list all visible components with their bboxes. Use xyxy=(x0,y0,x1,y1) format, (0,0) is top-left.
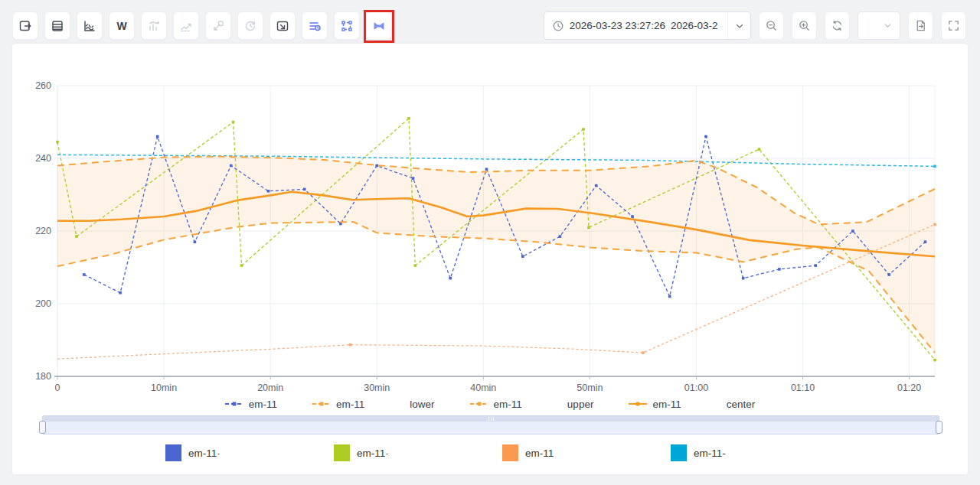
w-window-button[interactable]: W xyxy=(109,11,135,40)
chevron-down-icon xyxy=(734,21,745,31)
data-point-cyan xyxy=(933,165,936,168)
legend-color-swatch xyxy=(334,444,350,461)
data-point-baseline xyxy=(642,351,645,354)
legend-series-suffix: center xyxy=(727,399,756,410)
data-point-blue xyxy=(194,240,197,243)
bowtie-merge-button[interactable] xyxy=(366,11,392,40)
data-point-blue xyxy=(449,277,452,280)
bar-chart-icon xyxy=(147,19,161,33)
toolbar-left-group: W xyxy=(12,11,392,40)
legend-series-name: em-11 xyxy=(336,399,364,410)
data-point-blue xyxy=(887,273,890,276)
datetime-dropdown-toggle[interactable] xyxy=(727,11,750,40)
legend-series-name: em-11 xyxy=(652,399,681,410)
legend-label: em-11· xyxy=(188,448,220,459)
y-axis-label: 180 xyxy=(35,371,51,382)
zoom-in-icon xyxy=(798,19,811,32)
data-table-button[interactable] xyxy=(44,11,70,40)
legend-line-marker-icon xyxy=(470,401,488,407)
data-point-green xyxy=(933,359,936,362)
toolbar-right-group: 2026-03-23 23:27:26 2026-03-2 xyxy=(544,11,966,40)
x-axis-label: 10min xyxy=(151,382,177,393)
data-point-blue xyxy=(704,135,707,138)
zoom-in-button[interactable] xyxy=(792,11,817,40)
box-select-button[interactable] xyxy=(334,11,360,40)
bottom-legend-item[interactable]: em-11· xyxy=(165,444,220,461)
bottom-legend-item[interactable]: em-11· xyxy=(334,444,389,461)
legend-series-name: em-11 xyxy=(494,399,522,410)
scale-resize-button[interactable] xyxy=(205,11,231,40)
clock-icon xyxy=(552,20,564,32)
legend-color-swatch xyxy=(502,444,518,461)
data-point-blue xyxy=(595,184,598,187)
zoom-out-button[interactable] xyxy=(759,11,784,40)
legend-line-marker-icon xyxy=(312,401,331,407)
legend-label: em-11· xyxy=(357,448,389,459)
data-point-blue xyxy=(778,268,781,271)
export-report-button[interactable] xyxy=(908,11,933,40)
curve-chart-icon xyxy=(83,19,96,33)
save-image-button[interactable] xyxy=(12,11,38,40)
confidence-band xyxy=(57,157,935,353)
data-point-blue xyxy=(924,240,927,243)
x-axis-label: 30min xyxy=(364,382,390,393)
refresh-button[interactable] xyxy=(825,11,850,40)
data-point-blue xyxy=(521,255,524,258)
chart-legend-item[interactable]: em-11upper xyxy=(470,399,594,410)
screenshot-export-button[interactable] xyxy=(270,11,296,40)
data-point-blue xyxy=(119,291,122,295)
datazoom-slider[interactable] xyxy=(42,415,939,435)
scale-resize-icon xyxy=(211,19,225,33)
y-axis-label: 220 xyxy=(35,226,51,236)
data-point-blue xyxy=(851,229,854,233)
interval-select[interactable] xyxy=(858,11,900,40)
y-axis-label: 240 xyxy=(35,153,51,164)
datazoom-grip-icon[interactable] xyxy=(487,417,495,421)
data-point-green xyxy=(414,264,417,267)
data-point-green xyxy=(407,117,410,120)
data-point-blue xyxy=(267,190,270,193)
data-point-baseline xyxy=(349,343,352,347)
chart-legend-item[interactable]: em-11 xyxy=(225,399,277,410)
trend-line-icon xyxy=(179,19,193,33)
fullscreen-button[interactable] xyxy=(941,11,966,40)
trend-line-button[interactable] xyxy=(173,11,199,40)
data-point-green xyxy=(758,148,761,151)
screenshot-export-icon xyxy=(276,19,289,33)
datazoom-track[interactable] xyxy=(43,416,939,422)
curve-chart-button[interactable] xyxy=(77,11,103,40)
datazoom-right-handle[interactable] xyxy=(936,421,942,434)
main-toolbar: W xyxy=(0,0,980,44)
zoom-out-icon xyxy=(765,19,778,32)
bowtie-merge-icon xyxy=(372,19,386,33)
x-axis-label: 01:00 xyxy=(684,382,708,393)
data-point-green xyxy=(56,141,59,144)
datetime-range-picker[interactable]: 2026-03-23 23:27:26 2026-03-2 xyxy=(544,11,751,40)
datetime-range-values: 2026-03-23 23:27:26 2026-03-2 xyxy=(544,20,727,32)
chart-legend-item[interactable]: em-11center xyxy=(629,399,755,410)
list-query-button[interactable] xyxy=(302,11,328,40)
data-point-green xyxy=(587,226,590,229)
data-point-green xyxy=(75,235,78,238)
time-series-chart[interactable]: 010min20min30min40min50min01:0001:1001:2… xyxy=(12,44,968,395)
datazoom-left-handle[interactable] xyxy=(39,421,46,434)
data-point-blue xyxy=(230,164,233,168)
history-rollback-button[interactable] xyxy=(237,11,263,40)
end-datetime: 2026-03-2 xyxy=(671,20,721,31)
legend-color-swatch xyxy=(671,444,687,461)
list-query-icon xyxy=(308,19,322,33)
bottom-legend-item[interactable]: em-11- xyxy=(671,444,726,461)
history-rollback-icon xyxy=(243,19,257,33)
legend-label: em-11 xyxy=(525,448,554,459)
bottom-legend: em-11· em-11· em-11 em-11- xyxy=(12,444,968,464)
start-datetime: 2026-03-23 23:27:26 xyxy=(570,20,665,31)
chart-legend-item[interactable]: em-11lower xyxy=(312,399,435,410)
x-axis-label: 50min xyxy=(577,382,603,393)
bottom-legend-item[interactable]: em-11 xyxy=(502,444,554,461)
y-axis-label: 200 xyxy=(35,298,51,309)
chart-series-legend: em-11 em-11lower em-11upper em-11center xyxy=(12,395,968,412)
chart-panel: 010min20min30min40min50min01:0001:1001:2… xyxy=(12,44,968,474)
bar-chart-button[interactable] xyxy=(141,11,167,40)
data-point-blue xyxy=(742,277,745,280)
save-image-icon xyxy=(18,19,32,33)
